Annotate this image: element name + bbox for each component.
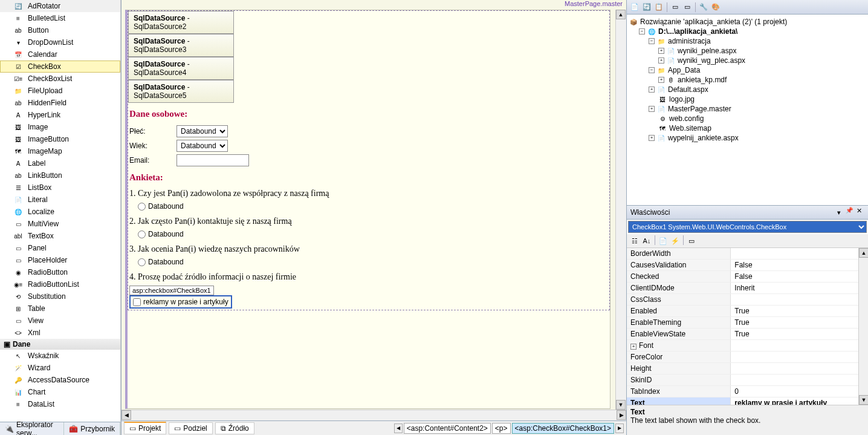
toolbox-item-datalist[interactable]: ≡DataList	[0, 398, 120, 410]
toolbox-item-image[interactable]: 🖼Image	[0, 121, 120, 133]
solution-explorer[interactable]: 📦Rozwiązanie 'aplikacja_ankieta (2)' (1 …	[627, 15, 868, 205]
property-value[interactable]: False	[731, 260, 858, 270]
property-value[interactable]	[731, 340, 858, 351]
scroll-right-arrow[interactable]: ▶	[617, 410, 626, 420]
tree-node-web-config[interactable]: ⚙web.config	[629, 114, 866, 123]
breadcrumb-prev[interactable]: ◀	[394, 424, 403, 433]
object-dropdown[interactable]: CheckBox1 System.Web.UI.WebControls.Chec…	[628, 221, 867, 233]
expander-icon[interactable]: +	[649, 135, 655, 141]
props-scroll-up[interactable]: ▲	[859, 248, 868, 258]
expander-icon[interactable]: −	[639, 28, 645, 34]
checkbox1-input[interactable]	[133, 298, 141, 306]
property-value[interactable]	[731, 374, 858, 385]
breadcrumb-next[interactable]: ▶	[615, 424, 624, 433]
toolbox-item-multiview[interactable]: ▭MultiView	[0, 218, 120, 230]
toolbox-item-table[interactable]: ⊞Table	[0, 303, 120, 315]
toolbox-item-dropdownlist[interactable]: ▾DropDownList	[0, 36, 120, 48]
property-row-skinid[interactable]: SkinID	[627, 374, 858, 386]
toolbox-item-placeholder[interactable]: ▭PlaceHolder	[0, 254, 120, 266]
toolbar-properties-icon[interactable]: 🔧	[698, 2, 709, 13]
tab-projekt[interactable]: ▭Projekt	[124, 422, 166, 434]
horizontal-scrollbar[interactable]: ◀ ▶	[121, 410, 626, 420]
dropdown-wiek[interactable]: Databound	[177, 140, 228, 152]
property-row-tabindex[interactable]: TabIndex0	[627, 386, 858, 397]
toolbox-item-wizard[interactable]: 🪄Wizard	[0, 362, 120, 374]
toolbox-scroll[interactable]: 🔄AdRotator≡BulletedListabButton▾DropDown…	[0, 0, 120, 422]
toolbox-item-label[interactable]: ALabel	[0, 157, 120, 169]
toolbox-item-imagemap[interactable]: 🗺ImageMap	[0, 145, 120, 157]
tree-node-web-sitemap[interactable]: 🗺Web.sitemap	[629, 123, 866, 133]
toolbox-item-wskaźnik[interactable]: ↖Wskaźnik	[0, 350, 120, 362]
properties-object-selector[interactable]: CheckBox1 System.Web.UI.WebControls.Chec…	[627, 220, 868, 234]
property-value[interactable]	[731, 248, 858, 259]
breadcrumb-content2[interactable]: <asp:Content#Content2>	[404, 423, 491, 434]
toolbox-item-radiobutton[interactable]: ◉RadioButton	[0, 266, 120, 278]
toolbox-item-bulletedlist[interactable]: ≡BulletedList	[0, 12, 120, 24]
property-row-causesvalidation[interactable]: CausesValidationFalse	[627, 260, 858, 271]
property-row-enabletheming[interactable]: EnableThemingTrue	[627, 317, 858, 329]
property-row-forecolor[interactable]: ForeColor	[627, 352, 858, 363]
tab-przybornik[interactable]: 🧰Przybornik	[64, 422, 120, 435]
toolbox-item-radiobuttonlist[interactable]: ◉≡RadioButtonList	[0, 278, 120, 290]
toolbar-btn-7[interactable]: 🎨	[710, 2, 721, 13]
expander-icon[interactable]: +	[658, 48, 664, 54]
toolbar-refresh-icon[interactable]: 🔄	[641, 2, 652, 13]
expander-icon[interactable]: +	[658, 57, 664, 64]
property-value[interactable]: reklamy w prasie i artykuły	[731, 397, 858, 405]
sqldatasource-sqldatasource4[interactable]: SqlDataSource - SqlDataSource4	[128, 57, 234, 80]
toolbar-btn-5[interactable]: ▭	[682, 2, 693, 13]
sqldatasource-sqldatasource3[interactable]: SqlDataSource - SqlDataSource3	[128, 34, 234, 57]
property-row-borderwidth[interactable]: BorderWidth	[627, 248, 858, 260]
categorized-icon[interactable]: ☷	[629, 235, 640, 246]
toolbox-item-hiddenfield[interactable]: abHiddenField	[0, 97, 120, 109]
props-scroll-down[interactable]: ▼	[859, 395, 868, 405]
toolbox-item-fileupload[interactable]: 📁FileUpload	[0, 85, 120, 97]
scroll-up-arrow[interactable]: ▲	[616, 10, 626, 19]
toolbar-btn-4[interactable]: ▭	[670, 2, 681, 13]
toolbar-btn-1[interactable]: 📄	[629, 2, 640, 13]
toolbox-item-view[interactable]: ▭View	[0, 315, 120, 327]
alphabetical-icon[interactable]: A↓	[641, 235, 652, 246]
property-value[interactable]: True	[731, 329, 858, 339]
toolbox-item-textbox[interactable]: ablTextBox	[0, 230, 120, 242]
tree-node-wyniki-pelne-aspx[interactable]: +📄wyniki_pelne.aspx	[629, 46, 866, 56]
expander-icon[interactable]: +	[630, 344, 636, 350]
tree-node-wyniki-wg-plec-aspx[interactable]: +📄wyniki_wg_plec.aspx	[629, 56, 866, 65]
toolbox-item-literal[interactable]: 📄Literal	[0, 194, 120, 206]
solution-root[interactable]: 📦Rozwiązanie 'aplikacja_ankieta (2)' (1 …	[629, 17, 866, 27]
toolbox-item-localize[interactable]: 🌐Localize	[0, 206, 120, 218]
property-row-font[interactable]: +Font	[627, 340, 858, 352]
expander-icon[interactable]: +	[658, 77, 664, 83]
events-icon[interactable]: ⚡	[670, 235, 681, 246]
toolbox-item-button[interactable]: abButton	[0, 24, 120, 36]
project-node[interactable]: −🌐D:\...\aplikacja_ankieta\	[629, 27, 866, 36]
tree-node-administracja[interactable]: −📁administracja	[629, 36, 866, 46]
tree-node-ankieta-kp-mdf[interactable]: +🛢ankieta_kp.mdf	[629, 75, 866, 85]
property-value[interactable]	[731, 363, 858, 374]
close-icon[interactable]: ✕	[854, 207, 864, 218]
toolbox-item-accessdatasource[interactable]: 🔑AccessDataSource	[0, 374, 120, 386]
tab-zrodlo[interactable]: ⧉Źródło	[215, 422, 254, 434]
expander-icon[interactable]: +	[649, 87, 655, 93]
toolbox-item-substitution[interactable]: ⟲Substitution	[0, 290, 120, 303]
tree-node-wypelnij-ankiete-aspx[interactable]: +📄wypelnij_ankiete.aspx	[629, 133, 866, 143]
toolbox-item-adrotator[interactable]: 🔄AdRotator	[0, 0, 120, 12]
property-value[interactable]: True	[731, 317, 858, 328]
scroll-down-arrow[interactable]: ▼	[616, 400, 626, 410]
toolbox-section-dane[interactable]: ▣Dane	[0, 339, 120, 350]
toolbox-item-listbox[interactable]: ☰ListBox	[0, 182, 120, 194]
scroll-left-arrow[interactable]: ◀	[121, 410, 131, 420]
sqldatasource-sqldatasource2[interactable]: SqlDataSource - SqlDataSource2	[128, 11, 234, 34]
design-area[interactable]: SqlDataSource - SqlDataSource2SqlDataSou…	[121, 10, 615, 410]
toolbox-item-checkboxlist[interactable]: ☑≡CheckBoxList	[0, 73, 120, 85]
radio-q3[interactable]	[138, 258, 146, 266]
tab-eksplorator[interactable]: 🔌Eksplorator serw...	[0, 422, 64, 435]
radio-q1[interactable]	[138, 203, 146, 211]
toolbox-item-xml[interactable]: <>Xml	[0, 327, 120, 339]
radio-q2[interactable]	[138, 231, 146, 238]
dropdown-plec[interactable]: Databound	[177, 125, 228, 137]
vertical-scrollbar[interactable]: ▲ ▼	[615, 10, 626, 410]
property-value[interactable]	[731, 352, 858, 362]
property-row-clientidmode[interactable]: ClientIDModeInherit	[627, 283, 858, 294]
expander-icon[interactable]: +	[649, 106, 655, 112]
